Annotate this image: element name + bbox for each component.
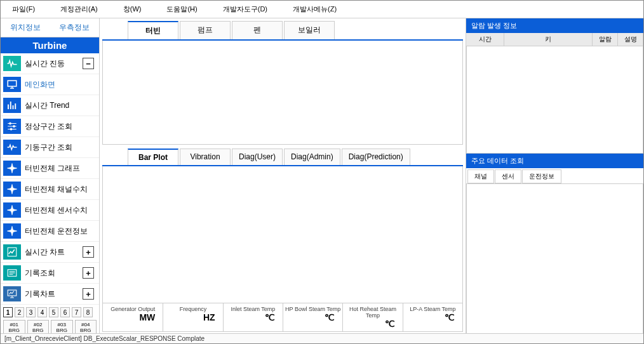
tab-opinfo[interactable]: 운전정보 [522,169,561,183]
tree-item-all-sensor[interactable]: 터빈전체 센서수치 [1,200,99,221]
tree-label: 터빈전체 채널수치 [25,184,97,195]
metric-unit: MW [104,312,161,322]
tab-diag-user[interactable]: Diag(User) [232,149,283,165]
menu-devmenu[interactable]: 개발사메뉴(Z) [293,4,337,14]
pager: 1 2 3 4 5 6 7 8 [1,305,99,319]
metric-label: Inlet Steam Temp [225,306,281,312]
tree-item-trend[interactable]: 실시간 Trend [1,95,99,116]
tree-item-all-channel[interactable]: 터빈전체 채널수치 [1,179,99,200]
tree-label: 실시간 진동 [25,58,79,69]
menu-window[interactable]: 창(W) [123,4,142,14]
turbine-icon [3,182,21,197]
page-6[interactable]: 6 [60,307,70,317]
tab-barplot[interactable]: Bar Plot [128,149,178,165]
menu-file[interactable]: 파일(F) [12,4,35,14]
svg-rect-0 [8,81,17,86]
tab-location-info[interactable]: 위치정보 [1,18,50,37]
tab-fan[interactable]: 펜 [232,21,283,39]
expand-icon[interactable]: + [83,288,94,300]
menu-devtools[interactable]: 개발자도구(D) [223,4,267,14]
alarm-table-header: 시간 키 알람 설명 [466,33,643,46]
page-7[interactable]: 7 [72,307,81,317]
tree-item-startup-range[interactable]: 기동구간 조회 [1,137,99,158]
menubar: 파일(F) 계정관리(A) 창(W) 도움말(H) 개발자도구(D) 개발사메뉴… [1,1,643,18]
tree-group-realtime-vib[interactable]: 실시간 진동 − [1,53,99,74]
tree-group-record-query[interactable]: 기록조회 + [1,263,99,284]
collapse-icon[interactable]: − [83,58,94,69]
tab-sensor[interactable]: 센서 [495,169,521,183]
left-column: 위치정보 우측정보 Turbine 실시간 진동 − 메인화면 실시간 Tren… [1,18,100,334]
col-key: 키 [504,33,593,46]
turbine-icon [3,202,21,218]
metric-frequency: Frequency HZ [163,303,222,331]
metric-hot-reheat: Hot Reheat Steam Temp ℃ [342,303,402,331]
page-3[interactable]: 3 [26,307,36,317]
tab-right-info[interactable]: 우측정보 [50,18,100,37]
expand-icon[interactable]: + [83,246,94,258]
metric-unit: HZ [164,312,221,322]
metric-label: Frequency [164,306,221,312]
tree-label: 정상구간 조회 [25,121,97,132]
svg-point-1 [10,122,11,124]
tab-channel[interactable]: 채널 [467,169,494,183]
chart-panel: Generator Output MW Frequency HZ Inlet S… [102,166,463,332]
chart-tabs: Bar Plot Vibration Diag(User) Diag(Admin… [102,149,463,166]
page-5[interactable]: 5 [49,307,58,317]
tree-label: 메인화면 [25,79,97,90]
menu-account[interactable]: 계정관리(A) [60,4,98,14]
waveform-icon [3,56,21,71]
equipment-panel [102,41,463,145]
tree-item-main[interactable]: 메인화면 [1,74,99,95]
turbine-icon [3,161,21,176]
metric-label: LP-A Steam Temp [405,306,461,312]
tab-diag-admin[interactable]: Diag(Admin) [284,149,340,165]
tree-group-record-chart[interactable]: 기록차트 + [1,284,99,305]
turbine-icon [3,223,21,239]
metric-unit: ℃ [225,312,281,322]
status-bar: [m_Client_OnrecevieClient] DB_ExecuteSca… [1,333,643,343]
tree-item-all-graph[interactable]: 터빈전체 그래프 [1,158,99,179]
tab-vibration[interactable]: Vibration [180,149,231,165]
page-8[interactable]: 8 [83,307,93,317]
record-icon [3,265,21,281]
page-2[interactable]: 2 [15,307,24,317]
metric-unit: ℃ [405,312,461,322]
tab-diag-prediction[interactable]: Diag(Prediction) [342,149,410,165]
svg-point-3 [10,128,12,130]
metric-hp-bowl: HP Bowl Steam Temp ℃ [283,303,342,331]
tab-pump[interactable]: 펌프 [180,21,231,39]
expand-icon[interactable]: + [83,267,94,279]
equipment-tabs: 터빈 펌프 펜 보일러 [102,21,463,41]
metric-unit: ℃ [344,319,401,329]
tree-item-all-opinfo[interactable]: 터빈전체 운전정보 [1,221,99,242]
center-column: 터빈 펌프 펜 보일러 Bar Plot Vibration Diag(User… [100,18,466,334]
data-panel-body [466,184,643,334]
svg-rect-8 [8,248,17,256]
tree-label: 터빈전체 센서수치 [25,205,97,216]
col-desc: 설명 [618,33,643,46]
metric-inlet-steam: Inlet Steam Temp ℃ [223,303,283,331]
page-4[interactable]: 4 [37,307,47,317]
metric-unit: ℃ [285,312,341,322]
data-panel-title: 주요 데이터 조회 [466,154,643,168]
col-time: 시간 [466,33,504,46]
tree-label: 터빈전체 그래프 [25,163,97,174]
tree-item-normal-range[interactable]: 정상구간 조회 [1,116,99,137]
menu-help[interactable]: 도움말(H) [166,4,197,14]
metric-label: HP Bowl Steam Temp [285,306,341,312]
metric-label: Generator Output [104,306,161,312]
tree-label: 기록차트 [25,289,79,300]
tree-group-realtime-chart[interactable]: 실시간 차트 + [1,242,99,263]
tree-label: 기동구간 조회 [25,142,97,153]
tab-turbine[interactable]: 터빈 [128,21,178,39]
record-chart-icon [3,286,21,301]
tree-label: 실시간 Trend [25,100,97,111]
tree-label: 터빈전체 운전정보 [25,226,97,237]
tree-label: 실시간 차트 [25,247,79,258]
tab-boiler[interactable]: 보일러 [284,21,335,39]
page-1[interactable]: 1 [3,307,13,317]
turbine-header: Turbine [1,37,99,53]
monitor-icon [3,77,21,92]
col-alarm: 알람 [593,33,618,46]
alarm-panel-title: 알람 발생 정보 [466,18,643,33]
